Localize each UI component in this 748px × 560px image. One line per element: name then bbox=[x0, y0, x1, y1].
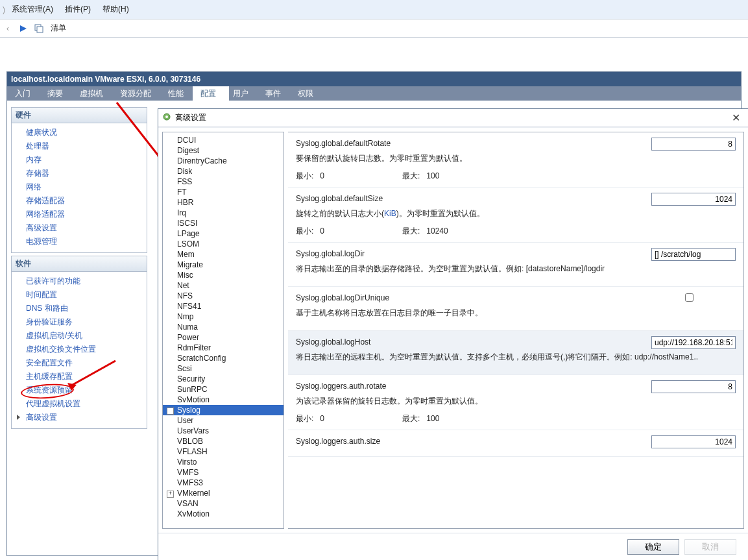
ok-button[interactable]: 确定 bbox=[627, 539, 679, 555]
tree-item-nfs[interactable]: NFS bbox=[163, 291, 284, 301]
tree-item-nfs41[interactable]: NFS41 bbox=[163, 301, 284, 311]
sw-host-cache[interactable]: 主机缓存配置 bbox=[12, 370, 147, 383]
sw-licensed[interactable]: 已获许可的功能 bbox=[12, 274, 147, 288]
sw-advanced[interactable]: 高级设置 bbox=[12, 411, 147, 424]
tree-item-scratchconfig[interactable]: ScratchConfig bbox=[163, 353, 284, 363]
tree-item-vblob[interactable]: VBLOB bbox=[163, 436, 284, 446]
back-icon[interactable]: ‹ bbox=[3, 23, 13, 34]
svg-marker-0 bbox=[20, 25, 27, 32]
forward-icon[interactable] bbox=[18, 23, 29, 34]
tree-item-irq[interactable]: Irq bbox=[163, 208, 284, 218]
tree-item-svmotion[interactable]: SvMotion bbox=[163, 395, 284, 405]
tree-item-dcui[interactable]: DCUI bbox=[163, 135, 284, 145]
tab-users[interactable]: 用户 bbox=[225, 86, 261, 101]
tree-item-hbr[interactable]: HBR bbox=[163, 197, 284, 208]
toolbar-label[interactable]: 清单 bbox=[51, 23, 66, 34]
tab-vms[interactable]: 虚拟机 bbox=[72, 86, 116, 101]
setting-desc: 要保留的默认旋转日志数。为零时重置为默认值。 bbox=[296, 153, 736, 164]
sw-sys-res[interactable]: 系统资源预留 bbox=[12, 383, 147, 397]
dialog-footer: 确定 取消 bbox=[158, 533, 748, 560]
sw-vm-startup[interactable]: 虚拟机启动/关机 bbox=[12, 329, 147, 343]
sw-list: 已获许可的功能 时间配置 DNS 和路由 身份验证服务 虚拟机启动/关机 虚拟机… bbox=[11, 272, 147, 429]
hw-memory[interactable]: 内存 bbox=[12, 153, 147, 167]
sw-security-profile[interactable]: 安全配置文件 bbox=[12, 356, 147, 370]
tree-item-mem[interactable]: Mem bbox=[163, 249, 284, 260]
tab-resource[interactable]: 资源分配 bbox=[112, 86, 164, 101]
hw-advanced[interactable]: 高级设置 bbox=[12, 221, 147, 235]
tree-item-misc[interactable]: Misc bbox=[163, 270, 284, 280]
tree-item-vmfs3[interactable]: VMFS3 bbox=[163, 478, 284, 488]
settings-tree[interactable]: DCUIDigestDirentryCacheDiskFSSFTHBRIrqIS… bbox=[162, 132, 284, 529]
sw-vm-swap[interactable]: 虚拟机交换文件位置 bbox=[12, 343, 147, 356]
setting-desc: 将日志输出至的远程主机。为空时重置为默认值。支持多个主机，必须用逗号(,)将它们… bbox=[296, 352, 736, 363]
tab-permissions[interactable]: 权限 bbox=[290, 86, 326, 101]
tree-item-net[interactable]: Net bbox=[163, 280, 284, 291]
tree-item-uservars[interactable]: UserVars bbox=[163, 426, 284, 436]
dialog-header: 高级设置 ✕ bbox=[158, 109, 748, 127]
tab-performance[interactable]: 性能 bbox=[160, 86, 197, 101]
tree-item-sunrpc[interactable]: SunRPC bbox=[163, 384, 284, 395]
tree-item-user[interactable]: User bbox=[163, 415, 284, 426]
tab-getting-started[interactable]: 入门 bbox=[7, 86, 43, 101]
tree-item-digest[interactable]: Digest bbox=[163, 145, 284, 156]
tree-item-vflash[interactable]: VFLASH bbox=[163, 446, 284, 457]
setting-checkbox[interactable] bbox=[685, 293, 694, 302]
setting-range: 最小: 0最大: 100 bbox=[296, 413, 736, 424]
tree-item-scsi[interactable]: Scsi bbox=[163, 363, 284, 374]
setting-input[interactable] bbox=[651, 248, 736, 261]
home-icon[interactable] bbox=[34, 23, 44, 34]
setting-row: Syslog.global.logHost将日志输出至的远程主机。为空时重置为默… bbox=[288, 331, 743, 375]
setting-input[interactable] bbox=[651, 380, 736, 393]
tree-item-lpage[interactable]: LPage bbox=[163, 228, 284, 239]
menu-plugins[interactable]: 插件(P) bbox=[65, 4, 91, 15]
menu-help[interactable]: 帮助(H) bbox=[103, 4, 129, 15]
tab-summary[interactable]: 摘要 bbox=[40, 86, 76, 101]
tree-item-ft[interactable]: FT bbox=[163, 187, 284, 197]
tree-item-numa[interactable]: Numa bbox=[163, 322, 284, 332]
tree-item-iscsi[interactable]: ISCSI bbox=[163, 218, 284, 228]
hw-health[interactable]: 健康状况 bbox=[12, 126, 147, 140]
sw-proxy-vm[interactable]: 代理虚拟机设置 bbox=[12, 397, 147, 411]
close-icon[interactable]: ✕ bbox=[729, 112, 743, 124]
tree-item-xvmotion[interactable]: XvMotion bbox=[163, 509, 284, 519]
cancel-button[interactable]: 取消 bbox=[684, 539, 736, 555]
hw-processors[interactable]: 处理器 bbox=[12, 140, 147, 153]
setting-desc: 为该记录器保留的旋转日志数。为零时重置为默认值。 bbox=[296, 396, 736, 407]
tree-item-disk[interactable]: Disk bbox=[163, 166, 284, 177]
hw-storage[interactable]: 存储器 bbox=[12, 167, 147, 180]
hw-power[interactable]: 电源管理 bbox=[12, 235, 147, 249]
tab-events[interactable]: 事件 bbox=[258, 86, 294, 101]
tree-item-syslog[interactable]: Syslog bbox=[163, 405, 284, 415]
setting-input[interactable] bbox=[651, 193, 736, 206]
hw-network-adapters[interactable]: 网络适配器 bbox=[12, 208, 147, 221]
setting-input[interactable] bbox=[651, 138, 736, 151]
setting-row: Syslog.global.defaultSize旋转之前的默认日志大小(KiB… bbox=[288, 188, 743, 243]
menubar: ) 系统管理(A) 插件(P) 帮助(H) bbox=[0, 0, 748, 19]
tree-item-fss[interactable]: FSS bbox=[163, 177, 284, 187]
setting-range: 最小: 0最大: 10240 bbox=[296, 226, 736, 237]
sw-time[interactable]: 时间配置 bbox=[12, 288, 147, 302]
settings-list[interactable]: Syslog.global.defaultRotate要保留的默认旋转日志数。为… bbox=[288, 132, 744, 529]
tree-item-vmfs[interactable]: VMFS bbox=[163, 467, 284, 478]
hw-storage-adapters[interactable]: 存储适配器 bbox=[12, 194, 147, 208]
tree-item-lsom[interactable]: LSOM bbox=[163, 239, 284, 249]
tree-item-vmkernel[interactable]: VMkernel bbox=[163, 488, 284, 498]
tree-item-migrate[interactable]: Migrate bbox=[163, 260, 284, 270]
tree-item-security[interactable]: Security bbox=[163, 374, 284, 384]
tab-configuration[interactable]: 配置 bbox=[193, 86, 229, 101]
tree-item-nmp[interactable]: Nmp bbox=[163, 311, 284, 322]
tree-item-vsan[interactable]: VSAN bbox=[163, 498, 284, 509]
sw-dns[interactable]: DNS 和路由 bbox=[12, 302, 147, 315]
menu-system[interactable]: 系统管理(A) bbox=[12, 4, 53, 15]
svg-point-4 bbox=[165, 116, 168, 118]
setting-input[interactable] bbox=[651, 336, 736, 349]
tree-item-virsto[interactable]: Virsto bbox=[163, 457, 284, 467]
config-sidebar: 硬件 健康状况 处理器 内存 存储器 网络 存储适配器 网络适配器 高级设置 电… bbox=[7, 101, 151, 555]
hw-network[interactable]: 网络 bbox=[12, 180, 147, 194]
window-title: localhost.localdomain VMware ESXi, 6.0.0… bbox=[7, 72, 741, 86]
sw-auth[interactable]: 身份验证服务 bbox=[12, 315, 147, 329]
tree-item-direntrycache[interactable]: DirentryCache bbox=[163, 156, 284, 166]
setting-input[interactable] bbox=[651, 435, 736, 448]
tree-item-rdmfilter[interactable]: RdmFilter bbox=[163, 343, 284, 353]
tree-item-power[interactable]: Power bbox=[163, 332, 284, 343]
